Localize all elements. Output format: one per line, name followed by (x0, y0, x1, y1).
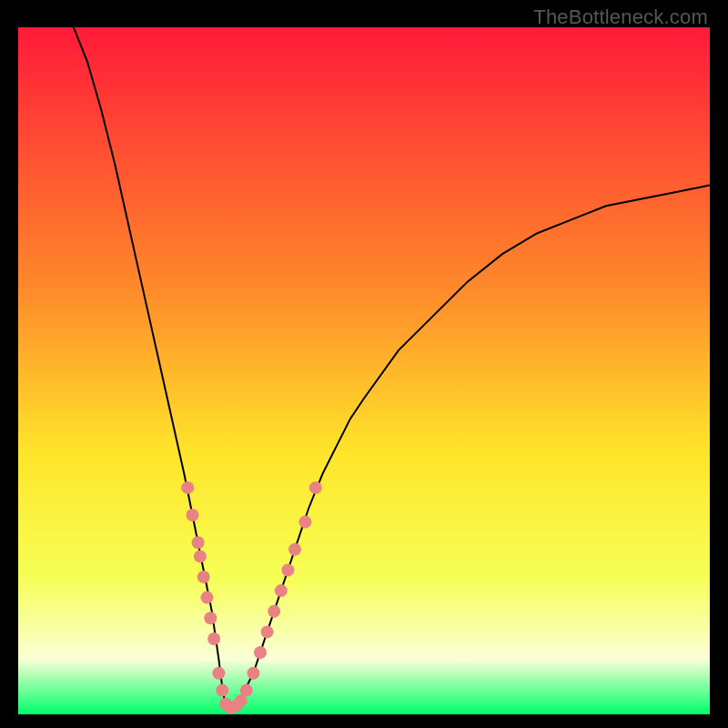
chart-frame (18, 27, 710, 714)
watermark-text: TheBottleneck.com (533, 5, 708, 29)
highlight-dot (201, 592, 214, 604)
highlight-dot (281, 564, 294, 577)
highlight-dot (309, 481, 322, 494)
highlight-dot (298, 516, 311, 529)
highlight-dot (187, 509, 199, 521)
highlight-dot (197, 571, 210, 583)
bottleneck-chart (18, 27, 710, 714)
highlight-dot (268, 605, 280, 618)
highlight-dot (204, 612, 217, 624)
highlight-dot (207, 632, 220, 645)
highlight-dot (194, 550, 207, 562)
highlight-dot (240, 684, 253, 697)
highlight-dot (288, 543, 301, 556)
highlight-dot (254, 646, 267, 659)
gradient-background (18, 27, 710, 714)
highlight-dot (192, 536, 205, 549)
highlight-dot (247, 667, 259, 680)
highlight-dot (212, 667, 225, 680)
highlight-dot (275, 584, 288, 597)
highlight-dot (261, 625, 274, 638)
highlight-dot (181, 481, 194, 494)
highlight-dot (216, 684, 228, 697)
